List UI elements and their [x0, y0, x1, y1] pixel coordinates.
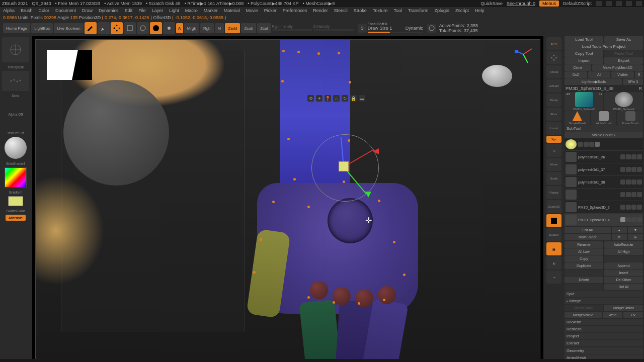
drawsize-slider[interactable]	[368, 32, 423, 33]
shelf-solo[interactable]: ◐	[546, 256, 561, 269]
shelf-frame[interactable]: Move	[546, 158, 561, 171]
window-close[interactable]	[636, 1, 642, 6]
dynamic-icon[interactable]	[427, 24, 436, 33]
autoreorder-button[interactable]: AutoReorder	[604, 241, 643, 248]
lightbox-button[interactable]: LightBox	[31, 23, 53, 33]
shelf-aahalf[interactable]: AAHalf	[546, 79, 561, 93]
eraserbrush[interactable]: EraserBrush	[617, 111, 643, 125]
lightbox-tools[interactable]: Lightbox▶Tools	[565, 78, 622, 85]
menu-stencil[interactable]: Stencil	[334, 8, 348, 13]
m-toggle[interactable]: M	[215, 23, 224, 33]
listall-button[interactable]: List All	[565, 227, 611, 233]
color-picker[interactable]	[5, 167, 27, 188]
menu-color[interactable]: Color	[39, 8, 50, 13]
gizmo-lock-icon[interactable]: ✦	[316, 95, 323, 102]
scale-icon[interactable]	[124, 22, 136, 34]
menu-file[interactable]: File	[138, 8, 146, 13]
menu-layer[interactable]: Layer	[152, 8, 164, 13]
menu-tool[interactable]: Tool	[393, 8, 402, 13]
mergesimilar-button[interactable]: MergeSimilar	[604, 305, 643, 311]
switchcolor-button[interactable]: SwitchColor	[6, 209, 25, 213]
boolean-section[interactable]: Boolean	[565, 319, 643, 325]
menu-draw[interactable]: Draw	[82, 8, 93, 13]
rgb-toggle[interactable]: Rgb	[200, 23, 214, 33]
gizmo-home-icon[interactable]: ⌂	[333, 95, 340, 102]
split-section[interactable]: Split	[565, 291, 643, 297]
move-down-icon[interactable]: ⇊	[628, 234, 643, 240]
move-up-icon[interactable]: ⇈	[612, 234, 627, 240]
subtool-item[interactable]	[565, 189, 643, 201]
r-button[interactable]: R	[635, 71, 643, 78]
bpr-button[interactable]: BPR	[546, 37, 561, 50]
color-swatch[interactable]	[8, 196, 23, 206]
shelf-scale[interactable]: Rotate	[546, 186, 561, 199]
zsub-toggle[interactable]: Zsub	[241, 23, 256, 33]
uv-button[interactable]: Uv	[623, 312, 643, 318]
alphabrush[interactable]: AlphaBrush	[591, 111, 617, 125]
rotate-icon[interactable]	[137, 22, 149, 34]
menu-brush[interactable]: Brush	[21, 8, 33, 13]
merge-section[interactable]: Merge	[565, 298, 643, 304]
edit-icon[interactable]	[85, 22, 97, 34]
shelf-transp[interactable]: SoloDy	[546, 228, 561, 241]
a-toggle[interactable]: A	[176, 23, 183, 33]
delother-button[interactable]: Del Other	[604, 277, 643, 283]
delete-button[interactable]: Delete	[565, 277, 603, 283]
stroke-dots[interactable]	[2, 71, 29, 91]
shelf-local[interactable]: Local	[546, 122, 561, 135]
menus-button[interactable]: Menus	[539, 1, 559, 7]
gizmo-reset-icon[interactable]: ↻	[342, 95, 348, 102]
menu-material[interactable]: Material	[224, 8, 240, 13]
window-hide[interactable]	[626, 1, 632, 6]
tool-thumb-1[interactable]: -4343PM3D_Sphere3	[565, 92, 603, 111]
loadtool-button[interactable]: Load Tool	[565, 36, 603, 43]
menu-alpha[interactable]: Alpha	[3, 8, 15, 13]
copytool-button[interactable]: Copy Tool	[565, 50, 603, 57]
polymesh-button[interactable]: Make PolyMesh3D	[592, 64, 643, 71]
material-preview[interactable]	[5, 137, 27, 159]
gizmo-lock2-icon[interactable]: 🔒	[350, 95, 357, 102]
menu-dynamics[interactable]: Dynamics	[99, 8, 119, 13]
shelf-move-icon[interactable]	[546, 51, 561, 64]
newfolder-button[interactable]: New Folder	[565, 234, 611, 240]
duplicate-button[interactable]: Duplicate	[565, 262, 603, 269]
zadd-toggle[interactable]: Zadd	[225, 23, 240, 33]
menu-render[interactable]: Render	[313, 8, 328, 13]
seethrough[interactable]: See-through 0	[507, 1, 535, 6]
draw-icon[interactable]	[98, 22, 110, 34]
shelf-persp[interactable]: Persp	[546, 94, 561, 107]
menu-light[interactable]: Light	[169, 8, 179, 13]
subtool-item[interactable]: polymesh3d1_26	[565, 151, 643, 163]
shelf-c1[interactable]: ⊙	[546, 144, 561, 157]
liveboolean-button[interactable]: Live Boolean	[54, 23, 83, 33]
shelf-rotate[interactable]: Zoom3D	[546, 200, 561, 213]
shelf-floor[interactable]: Floor	[546, 108, 561, 121]
alternate-button[interactable]: Alternate	[6, 215, 26, 221]
copy-button[interactable]: Copy	[565, 255, 603, 262]
simplebrush[interactable]: SimpleBrush	[565, 111, 590, 125]
home-button[interactable]: Home Page	[3, 23, 30, 33]
gizmo-settings-icon[interactable]: ⚙	[307, 95, 314, 102]
subtool-item[interactable]	[565, 138, 643, 151]
extract-section[interactable]: Extract	[565, 340, 643, 346]
menu-stroke[interactable]: Stroke	[354, 8, 367, 13]
loadproject-button[interactable]: Load Tools From Project	[565, 43, 643, 50]
shelf-move2[interactable]: Scale	[546, 172, 561, 185]
clone-button[interactable]: Clone	[565, 64, 591, 71]
subtool-item-active[interactable]: PM3D_Sphere3D_4	[565, 214, 643, 226]
alllow-button[interactable]: All Low	[565, 248, 603, 255]
menu-transform[interactable]: Transform	[408, 8, 429, 13]
shelf-xyz[interactable]: Xyz	[546, 136, 561, 143]
geometry-section[interactable]: Geometry	[565, 347, 643, 354]
menu-help[interactable]: Help	[475, 8, 485, 13]
weld-button[interactable]: Weld	[603, 312, 622, 318]
subtool-item[interactable]: PM3D_Sphere3D_3	[565, 201, 643, 214]
pastetool-button[interactable]: Paste Tool	[604, 50, 643, 57]
saveas-button[interactable]: Save As	[604, 36, 643, 43]
arrow-down-icon[interactable]: ▼	[628, 227, 643, 233]
window-min[interactable]	[596, 1, 602, 6]
menu-edit[interactable]: Edit	[125, 8, 133, 13]
rename-button[interactable]: Rename	[565, 241, 603, 248]
gizmo-pin-icon[interactable]: 📍	[325, 95, 331, 102]
defaultzscript[interactable]: DefaultZScript	[563, 1, 592, 6]
